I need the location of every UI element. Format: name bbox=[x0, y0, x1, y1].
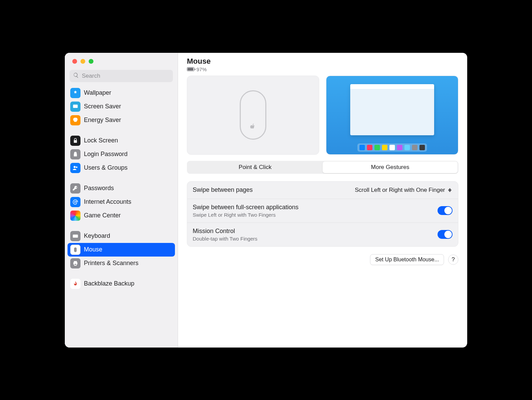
gesture-settings-list: Swipe between pages Scroll Left or Right… bbox=[187, 181, 458, 247]
sidebar-label: Game Center bbox=[84, 212, 121, 219]
swipe-apps-toggle[interactable] bbox=[438, 206, 453, 215]
sidebar-item-internet-accounts[interactable]: Internet Accounts bbox=[68, 195, 175, 209]
energy-saver-icon bbox=[70, 115, 80, 125]
internet-accounts-icon bbox=[70, 197, 80, 207]
keyboard-icon bbox=[70, 231, 80, 241]
row-subtitle: Double-tap with Two Fingers bbox=[193, 236, 433, 242]
sidebar-label: Lock Screen bbox=[84, 137, 118, 144]
footer-actions: Set Up Bluetooth Mouse... ? bbox=[187, 254, 458, 265]
apple-logo-icon bbox=[250, 124, 256, 130]
tab-segmented-control: Point & Click More Gestures bbox=[187, 161, 458, 174]
svg-rect-0 bbox=[73, 105, 78, 108]
sidebar-item-game-center[interactable]: Game Center bbox=[68, 209, 175, 222]
sidebar-label: Keyboard bbox=[84, 232, 110, 240]
sidebar-label: Passwords bbox=[84, 185, 114, 192]
minimize-window-button[interactable] bbox=[80, 59, 85, 64]
preview-window bbox=[350, 84, 434, 135]
sidebar-item-printers-scanners[interactable]: Printers & Scanners bbox=[68, 257, 175, 270]
content-pane: Mouse 97% Point & Click More Gestures bbox=[178, 53, 467, 348]
tab-more-gestures[interactable]: More Gestures bbox=[323, 161, 458, 173]
search-icon bbox=[73, 72, 79, 80]
sidebar-label: Wallpaper bbox=[84, 89, 111, 96]
sidebar-label: Users & Groups bbox=[84, 164, 128, 171]
sidebar-label: Internet Accounts bbox=[84, 198, 131, 205]
wallpaper-icon bbox=[70, 88, 80, 98]
battery-icon bbox=[187, 67, 194, 71]
sidebar-item-mouse[interactable]: Mouse bbox=[68, 243, 175, 257]
sidebar-item-screen-saver[interactable]: Screen Saver bbox=[68, 100, 175, 113]
setup-bluetooth-mouse-button[interactable]: Set Up Bluetooth Mouse... bbox=[370, 254, 444, 265]
page-title: Mouse bbox=[187, 57, 458, 66]
close-window-button[interactable] bbox=[72, 59, 77, 64]
sidebar-item-backblaze[interactable]: Backblaze Backup bbox=[68, 277, 175, 291]
sidebar-item-wallpaper[interactable]: Wallpaper bbox=[68, 86, 175, 100]
mouse-preview bbox=[187, 76, 319, 155]
battery-percent: 97% bbox=[196, 66, 207, 72]
users-groups-icon bbox=[70, 163, 80, 173]
sidebar-item-energy-saver[interactable]: Energy Saver bbox=[68, 113, 175, 127]
chevron-updown-icon bbox=[447, 186, 453, 194]
search-input[interactable] bbox=[82, 73, 169, 79]
row-title: Swipe between full-screen applications bbox=[193, 204, 433, 211]
sidebar-item-lock-screen[interactable]: Lock Screen bbox=[68, 134, 175, 148]
select-value: Scroll Left or Right with One Finger bbox=[355, 187, 445, 194]
sidebar-item-users-groups[interactable]: Users & Groups bbox=[68, 161, 175, 175]
backblaze-icon bbox=[70, 279, 80, 289]
sidebar-label: Energy Saver bbox=[84, 117, 121, 124]
sidebar-label: Backblaze Backup bbox=[84, 280, 134, 287]
svg-rect-4 bbox=[74, 247, 77, 252]
help-button[interactable]: ? bbox=[448, 255, 458, 265]
mouse-illustration bbox=[240, 90, 266, 140]
sidebar-label: Login Password bbox=[84, 151, 128, 158]
sidebar-item-login-password[interactable]: Login Password bbox=[68, 148, 175, 161]
row-mission-control: Mission Control Double-tap with Two Fing… bbox=[187, 222, 458, 246]
row-title: Swipe between pages bbox=[193, 186, 351, 194]
content-header: Mouse 97% bbox=[187, 57, 458, 72]
printers-icon bbox=[70, 258, 80, 268]
game-center-icon bbox=[70, 211, 80, 221]
gesture-preview bbox=[326, 76, 458, 155]
window-controls bbox=[65, 58, 178, 70]
swipe-pages-select[interactable]: Scroll Left or Right with One Finger bbox=[355, 186, 453, 194]
lock-screen-icon bbox=[70, 136, 80, 146]
preview-dock bbox=[357, 143, 427, 152]
screen-saver-icon bbox=[70, 102, 80, 112]
sidebar-label: Screen Saver bbox=[84, 103, 121, 110]
svg-rect-3 bbox=[73, 234, 78, 237]
zoom-window-button[interactable] bbox=[89, 59, 93, 64]
sidebar-label: Printers & Scanners bbox=[84, 260, 138, 267]
sidebar-label: Mouse bbox=[84, 246, 102, 253]
search-field[interactable] bbox=[70, 70, 173, 82]
row-swipe-pages: Swipe between pages Scroll Left or Right… bbox=[187, 182, 458, 199]
row-swipe-apps: Swipe between full-screen applications S… bbox=[187, 199, 458, 222]
tab-point-click[interactable]: Point & Click bbox=[188, 161, 323, 173]
system-settings-window: Wallpaper Screen Saver Energy Saver Lock… bbox=[65, 53, 467, 348]
svg-point-2 bbox=[76, 166, 78, 168]
mission-control-toggle[interactable] bbox=[438, 230, 453, 239]
passwords-icon bbox=[70, 183, 80, 194]
row-subtitle: Swipe Left or Right with Two Fingers bbox=[193, 212, 433, 218]
mouse-icon bbox=[70, 245, 80, 255]
svg-point-1 bbox=[74, 166, 76, 168]
sidebar: Wallpaper Screen Saver Energy Saver Lock… bbox=[65, 53, 178, 348]
battery-status: 97% bbox=[187, 66, 458, 72]
sidebar-item-keyboard[interactable]: Keyboard bbox=[68, 229, 175, 243]
login-password-icon bbox=[70, 149, 80, 159]
sidebar-nav: Wallpaper Screen Saver Energy Saver Lock… bbox=[65, 85, 178, 294]
sidebar-item-passwords[interactable]: Passwords bbox=[68, 182, 175, 195]
row-title: Mission Control bbox=[193, 228, 433, 235]
